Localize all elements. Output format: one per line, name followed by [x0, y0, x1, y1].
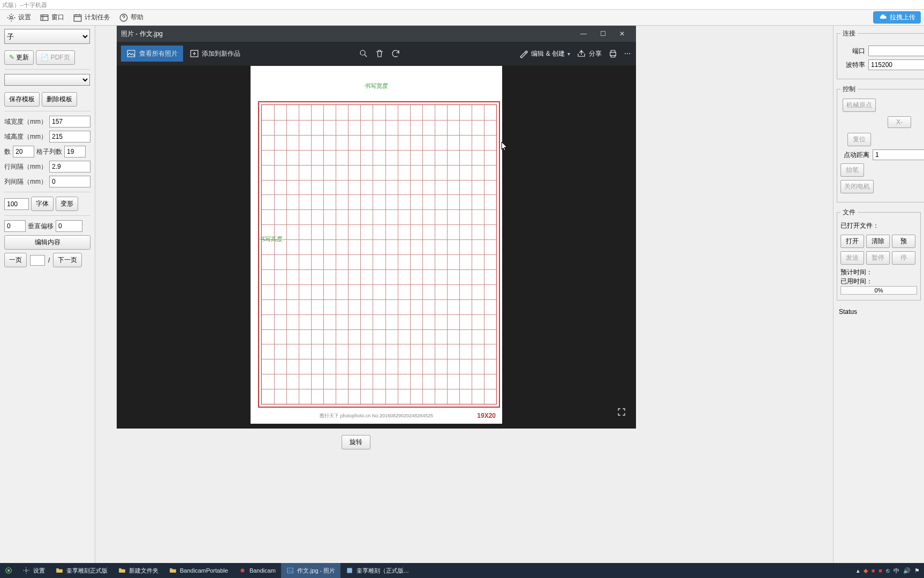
- port-input[interactable]: [868, 46, 924, 56]
- height-input[interactable]: [49, 131, 90, 142]
- gear-icon: [6, 13, 16, 22]
- h-offset-input[interactable]: [4, 220, 26, 232]
- pause-button[interactable]: 暂停: [866, 251, 890, 265]
- next-page-button[interactable]: 下一页: [53, 253, 82, 267]
- page-input[interactable]: [30, 255, 45, 266]
- prev-page-button[interactable]: 一页: [4, 253, 27, 267]
- open-button[interactable]: 打开: [840, 235, 864, 248]
- cols-label: 格子列数: [36, 147, 62, 156]
- edit-content-button[interactable]: 编辑内容: [4, 235, 90, 250]
- print-icon: [608, 49, 618, 58]
- cols-input[interactable]: [64, 146, 86, 157]
- edit-create-button[interactable]: 编辑 & 创建▾: [519, 49, 570, 58]
- fullscreen-button[interactable]: [617, 407, 626, 419]
- add-to-work-button[interactable]: 添加到新作品: [190, 49, 240, 58]
- tray-icon[interactable]: ◆: [864, 567, 868, 574]
- maximize-button[interactable]: ☐: [593, 30, 612, 37]
- rotate-icon-button[interactable]: [391, 49, 400, 58]
- delete-template-button[interactable]: 删除模板: [42, 92, 77, 107]
- font-size-input[interactable]: [4, 198, 29, 210]
- progress-bar: 0%: [840, 286, 917, 295]
- volume-icon[interactable]: 🔊: [903, 567, 911, 574]
- menu-help[interactable]: 帮助: [116, 11, 147, 24]
- close-button[interactable]: ✕: [612, 30, 632, 37]
- baud-input[interactable]: [868, 59, 924, 70]
- x-minus-button[interactable]: X-: [888, 116, 911, 128]
- top-combo[interactable]: 子: [4, 29, 90, 44]
- chevron-down-icon: ▾: [567, 51, 570, 57]
- svg-point-0: [10, 16, 13, 19]
- share-button[interactable]: 分享: [577, 49, 602, 58]
- view-all-tab[interactable]: 查看所有照片: [121, 46, 183, 62]
- system-tray[interactable]: ▴ ◆ ■ ■ ⎋ 中 🔊 ⚑: [852, 567, 924, 575]
- pdf-page-button[interactable]: 📄 PDF页: [36, 50, 74, 65]
- tray-icon[interactable]: ■: [872, 567, 875, 574]
- svg-rect-12: [287, 568, 293, 573]
- page-sep: /: [48, 257, 50, 264]
- motor-off-button[interactable]: 关闭电机: [840, 180, 874, 193]
- taskbar-settings[interactable]: 设置: [17, 563, 50, 578]
- v-offset-label: 垂直偏移: [28, 222, 54, 231]
- cloud-upload-button[interactable]: 拉拽上传: [873, 11, 921, 24]
- zoom-button[interactable]: [359, 49, 368, 58]
- record-icon: [239, 567, 246, 574]
- tray-lang[interactable]: 中: [893, 567, 899, 575]
- rows-input[interactable]: [13, 146, 34, 157]
- photo-viewport[interactable]: 书写宽度 书写高度 19X20 图行天下 photophoto.cn No.20…: [117, 65, 636, 429]
- pen-up-button[interactable]: 抬笔: [840, 163, 864, 177]
- col-gap-label: 列间隔（mm）: [4, 177, 47, 186]
- svg-point-9: [7, 569, 10, 572]
- right-panel: 连接 端口 波特率 控制 机械原点 Y+ X- 复位 Y- 点动距离 抬笔落笔 …: [833, 26, 924, 563]
- used-time-label: 已用时间：: [840, 277, 917, 286]
- rotate-button[interactable]: 旋转: [342, 435, 370, 449]
- start-button[interactable]: [0, 563, 17, 578]
- port-label: 端口: [840, 47, 865, 56]
- taskbar-item-3[interactable]: BandicamPortable: [164, 563, 233, 578]
- rotate-icon: [391, 49, 400, 58]
- template-combo[interactable]: [4, 74, 90, 86]
- print-button[interactable]: [608, 49, 618, 58]
- taskbar-item-1[interactable]: 奎享雕刻正式版: [50, 563, 113, 578]
- v-offset-input[interactable]: [56, 220, 82, 232]
- photos-titlebar[interactable]: 照片 - 作文.jpg — ☐ ✕: [117, 26, 636, 42]
- col-gap-input[interactable]: [49, 176, 90, 187]
- svg-point-6: [360, 50, 365, 55]
- origin-button[interactable]: 机械原点: [843, 99, 876, 112]
- menu-settings[interactable]: 设置: [3, 11, 34, 24]
- gear-icon: [22, 567, 30, 574]
- deform-button[interactable]: 变形: [56, 197, 78, 211]
- menubar: 设置 窗口 计划任务 帮助 拉拽上传: [0, 10, 924, 26]
- update-button[interactable]: ✎ 更新: [4, 50, 34, 65]
- menu-tasks[interactable]: 计划任务: [70, 11, 113, 24]
- clear-button[interactable]: 清除: [866, 235, 890, 248]
- taskbar-item-5[interactable]: 作文.jpg - 照片: [281, 563, 341, 578]
- width-input[interactable]: [49, 116, 90, 127]
- more-button[interactable]: ⋯: [624, 50, 632, 57]
- tray-icon[interactable]: ▴: [857, 567, 860, 574]
- home-button[interactable]: 复位: [847, 133, 871, 146]
- preview-button[interactable]: 预: [892, 235, 915, 248]
- save-template-button[interactable]: 保存模板: [4, 92, 40, 107]
- tray-icon[interactable]: ■: [878, 567, 882, 574]
- image-icon: [126, 49, 136, 58]
- menu-window[interactable]: 窗口: [36, 11, 67, 24]
- wand-icon: [519, 49, 528, 58]
- svg-rect-7: [610, 52, 616, 56]
- svg-rect-13: [347, 568, 352, 573]
- trash-icon: [375, 49, 384, 58]
- taskbar-item-6[interactable]: 奎享雕刻（正式版...: [340, 563, 414, 578]
- delete-button[interactable]: [375, 49, 384, 58]
- tray-icon[interactable]: ⎋: [886, 567, 890, 574]
- taskbar-item-4[interactable]: Bandicam: [233, 563, 281, 578]
- row-gap-input[interactable]: [49, 161, 90, 172]
- stop-button[interactable]: 停: [892, 251, 915, 265]
- taskbar: 设置 奎享雕刻正式版 新建文件夹 BandicamPortable Bandic…: [0, 563, 924, 578]
- app-title: 式版）--十字机器: [2, 2, 47, 8]
- font-button[interactable]: 字体: [31, 197, 54, 211]
- tray-icon[interactable]: ⚑: [914, 567, 920, 574]
- minimize-button[interactable]: —: [574, 30, 593, 37]
- taskbar-item-2[interactable]: 新建文件夹: [113, 563, 164, 578]
- jog-input[interactable]: [873, 149, 924, 160]
- share-icon: [577, 49, 586, 58]
- send-button[interactable]: 发送: [840, 251, 864, 265]
